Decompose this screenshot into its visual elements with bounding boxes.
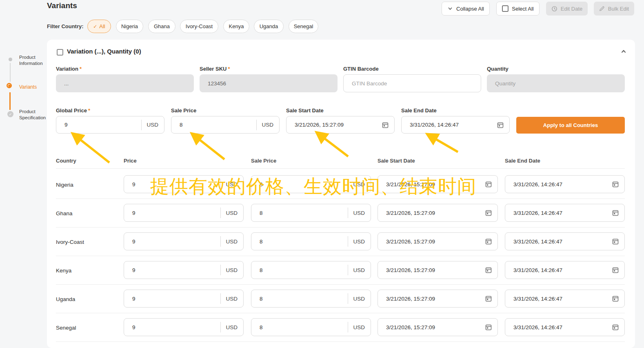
row-sale-price-input[interactable] bbox=[260, 239, 345, 245]
filter-chip-ghana[interactable]: Ghana bbox=[148, 20, 175, 33]
select-all-button[interactable]: Select All bbox=[496, 2, 540, 16]
row-sale-end-value: 3/31/2026, 14:26:47 bbox=[513, 181, 562, 187]
table-header-separator bbox=[56, 168, 625, 169]
row-sale-start-value: 3/21/2026, 15:27:09 bbox=[386, 210, 435, 216]
row-sale-end-field[interactable]: 3/31/2026, 14:26:47 bbox=[505, 175, 625, 193]
chip-label: All bbox=[99, 23, 105, 29]
row-sale-start-field[interactable]: 3/21/2026, 15:27:09 bbox=[378, 175, 498, 193]
global-sale-start-field[interactable]: 3/21/2026, 15:27:09 bbox=[286, 116, 395, 134]
calendar-icon[interactable] bbox=[612, 267, 619, 273]
calendar-icon[interactable] bbox=[612, 210, 619, 216]
row-sale-start-field[interactable]: 3/21/2026, 15:27:09 bbox=[378, 232, 498, 250]
sidebar-item-product-information[interactable]: Product Information bbox=[19, 54, 45, 67]
global-sale-price-input[interactable] bbox=[180, 122, 254, 128]
sidebar-item-variants[interactable]: Variants bbox=[19, 84, 45, 91]
calendar-icon[interactable] bbox=[485, 267, 492, 273]
quantity-field bbox=[487, 74, 625, 92]
row-price-field[interactable]: USD bbox=[124, 204, 244, 222]
seller-sku-label: Seller SKU* bbox=[200, 66, 230, 72]
calendar-icon[interactable] bbox=[497, 122, 504, 128]
row-sale-price-input[interactable] bbox=[260, 267, 345, 273]
variation-checkbox[interactable] bbox=[57, 49, 63, 56]
row-sale-end-field[interactable]: 3/31/2026, 14:26:47 bbox=[505, 318, 625, 336]
row-sale-start-field[interactable]: 3/21/2026, 15:27:09 bbox=[378, 261, 498, 279]
row-sale-price-input[interactable] bbox=[260, 296, 345, 302]
calendar-icon[interactable] bbox=[485, 324, 492, 330]
row-sale-start-value: 3/21/2026, 15:27:09 bbox=[386, 324, 435, 330]
row-price-input[interactable] bbox=[132, 239, 218, 245]
row-sale-end-field[interactable]: 3/31/2026, 14:26:47 bbox=[505, 290, 625, 308]
variation-label: Variation* bbox=[56, 66, 82, 72]
filter-chip-nigeria[interactable]: Nigeria bbox=[116, 20, 143, 33]
row-price-field[interactable]: USD bbox=[124, 175, 244, 193]
country-name: Kenya bbox=[56, 256, 71, 285]
global-price-input[interactable] bbox=[64, 122, 139, 128]
row-sale-price-input[interactable] bbox=[260, 181, 345, 187]
bulk-edit-button[interactable]: Bulk Edit bbox=[594, 2, 634, 16]
global-sale-end-field[interactable]: 3/31/2026, 14:26:47 bbox=[401, 116, 510, 134]
calendar-icon[interactable] bbox=[612, 181, 619, 187]
chevron-up-icon[interactable] bbox=[620, 48, 627, 55]
check-icon: ✓ bbox=[9, 112, 12, 116]
calendar-icon[interactable] bbox=[485, 238, 492, 245]
required-mark: * bbox=[228, 66, 230, 72]
row-price-input[interactable] bbox=[132, 210, 218, 216]
row-price-field[interactable]: USD bbox=[124, 232, 244, 250]
table-row: Kenya USD USD 3/21/2026, 15:27:09 3/31/2… bbox=[47, 256, 635, 285]
row-sale-end-value: 3/31/2026, 14:26:47 bbox=[513, 324, 562, 330]
country-name: Nigeria bbox=[56, 170, 73, 199]
row-price-input[interactable] bbox=[132, 267, 218, 273]
row-price-field[interactable]: USD bbox=[124, 261, 244, 279]
row-sale-start-field[interactable]: 3/21/2026, 15:27:09 bbox=[378, 290, 498, 308]
row-price-field[interactable]: USD bbox=[124, 318, 244, 336]
row-sale-price-input[interactable] bbox=[260, 210, 345, 216]
row-price-input[interactable] bbox=[132, 296, 218, 302]
calendar-icon[interactable] bbox=[485, 295, 492, 302]
row-sale-end-field[interactable]: 3/31/2026, 14:26:47 bbox=[505, 204, 625, 222]
pencil-icon bbox=[599, 6, 605, 11]
input-divider bbox=[220, 236, 221, 247]
apply-to-all-countries-button[interactable]: Apply to all Countries bbox=[516, 117, 625, 134]
edit-date-button[interactable]: Edit Date bbox=[546, 2, 588, 16]
quantity-label: Quantity bbox=[487, 66, 509, 72]
chip-label: Senegal bbox=[294, 23, 313, 29]
global-price-field[interactable]: USD bbox=[56, 116, 164, 134]
row-price-input[interactable] bbox=[132, 181, 218, 187]
calendar-icon[interactable] bbox=[485, 210, 492, 216]
row-sale-price-field[interactable]: USD bbox=[251, 261, 371, 279]
filter-chip-uganda[interactable]: Uganda bbox=[254, 20, 284, 33]
calendar-icon[interactable] bbox=[612, 295, 619, 302]
quantity-input bbox=[495, 80, 619, 87]
filter-chip-kenya[interactable]: Kenya bbox=[223, 20, 249, 33]
input-divider bbox=[348, 207, 348, 218]
row-sale-price-field[interactable]: USD bbox=[251, 232, 371, 250]
row-sale-price-field[interactable]: USD bbox=[251, 175, 371, 193]
filter-chip-all[interactable]: ✓ All bbox=[87, 20, 111, 33]
row-sale-price-field[interactable]: USD bbox=[251, 204, 371, 222]
row-sale-price-field[interactable]: USD bbox=[251, 318, 371, 336]
currency-label: USD bbox=[353, 324, 365, 330]
calendar-icon[interactable] bbox=[485, 181, 492, 187]
row-sale-end-field[interactable]: 3/31/2026, 14:26:47 bbox=[505, 261, 625, 279]
row-sale-price-input[interactable] bbox=[260, 324, 345, 330]
row-sale-start-field[interactable]: 3/21/2026, 15:27:09 bbox=[378, 318, 498, 336]
filter-chip-senegal[interactable]: Senegal bbox=[289, 20, 318, 33]
currency-label: USD bbox=[353, 181, 365, 187]
collapse-all-button[interactable]: Collapse All bbox=[442, 2, 490, 16]
calendar-icon[interactable] bbox=[382, 122, 389, 128]
chip-label: Kenya bbox=[229, 23, 244, 29]
input-divider bbox=[348, 322, 348, 332]
gtin-barcode-input[interactable] bbox=[352, 80, 475, 87]
row-price-input[interactable] bbox=[132, 324, 218, 330]
row-sale-price-field[interactable]: USD bbox=[251, 290, 371, 308]
sidebar-item-product-specification[interactable]: Product Specification bbox=[19, 109, 45, 121]
row-sale-end-field[interactable]: 3/31/2026, 14:26:47 bbox=[505, 232, 625, 250]
gtin-barcode-field[interactable] bbox=[343, 74, 481, 92]
row-price-field[interactable]: USD bbox=[124, 290, 244, 308]
calendar-icon[interactable] bbox=[612, 238, 619, 245]
calendar-icon[interactable] bbox=[612, 324, 619, 330]
global-sale-price-field[interactable]: USD bbox=[171, 116, 280, 134]
filter-chip-ivory-coast[interactable]: Ivory-Coast bbox=[180, 20, 218, 33]
currency-label: USD bbox=[226, 267, 238, 273]
row-sale-start-field[interactable]: 3/21/2026, 15:27:09 bbox=[378, 204, 498, 222]
